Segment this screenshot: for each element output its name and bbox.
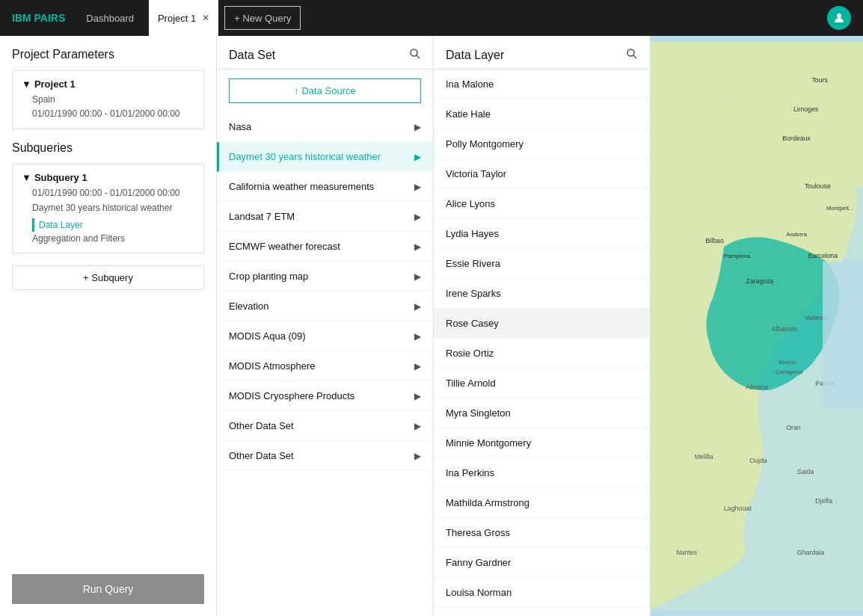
dataset-item-label: Other Data Set (229, 420, 294, 431)
nav-aggregation[interactable]: Aggregation and Filters (32, 232, 194, 245)
dataset-item[interactable]: California weather measurements▶ (217, 172, 433, 202)
dataset-item[interactable]: MODIS Cryosphere Products▶ (217, 381, 433, 411)
dataset-search-icon[interactable] (409, 48, 421, 63)
svg-text:Bordeaux: Bordeaux (782, 135, 811, 142)
datalayer-item-label: Theresa Gross (446, 527, 510, 538)
svg-text:Toulouse: Toulouse (805, 182, 831, 190)
datalayer-item[interactable]: Lydia Hayes (434, 219, 650, 249)
dataset-item-label: MODIS Aqua (09) (229, 330, 306, 342)
datalayer-item[interactable]: Katie Hale (434, 99, 650, 129)
datalayer-item[interactable]: Minnie Montgomery (434, 428, 650, 458)
project-header[interactable]: ▼ Project 1 (22, 78, 194, 90)
dataset-item[interactable]: ECMWF weather forecast▶ (217, 232, 433, 262)
tab-close-icon[interactable]: ✕ (202, 13, 209, 23)
chevron-right-icon: ▶ (414, 152, 421, 162)
datalayer-item[interactable]: Irene Sparks (434, 279, 650, 309)
datalayer-item-label: Ina Malone (446, 78, 494, 90)
svg-text:Limoges: Limoges (793, 105, 819, 113)
data-source-button[interactable]: ↑ Data Source (229, 78, 421, 103)
nav-dashboard[interactable]: Dashboard (77, 0, 143, 36)
svg-text:Montpell...: Montpell... (826, 205, 853, 212)
subquery-nav: Data Layer Aggregation and Filters (22, 218, 194, 245)
datalayer-list: Ina MaloneKatie HalePolly MontgomeryVict… (434, 70, 650, 616)
datalayer-item[interactable]: Rose Casey (434, 309, 650, 339)
subquery-date-range: 01/01/1990 00:00 - 01/01/2000 00:00 (32, 186, 194, 200)
datalayer-item[interactable]: Ina Perkins (434, 458, 650, 488)
map-panel: Tours Limoges Bordeaux Toulouse Montpell… (651, 36, 863, 616)
datalayer-item[interactable]: Katie Owens (434, 608, 650, 616)
dataset-item-label: Landsat 7 ETM (229, 211, 295, 222)
nav-data-layer[interactable]: Data Layer (32, 218, 194, 232)
brand-logo: IBM PAIRS (12, 12, 65, 24)
dataset-item[interactable]: Elevation▶ (217, 292, 433, 321)
top-navigation: IBM PAIRS Dashboard Project 1 ✕ + New Qu… (0, 0, 863, 36)
add-subquery-button[interactable]: + Subquery (12, 265, 204, 290)
datalayer-panel: Data Layer Ina MaloneKatie HalePolly Mon… (434, 36, 651, 616)
project-collapse-icon: ▼ (22, 78, 31, 90)
project-date-range: 01/01/1990 00:00 - 01/01/2000 00:00 (32, 107, 194, 121)
project-label: Project 1 (34, 78, 76, 90)
svg-rect-31 (823, 262, 863, 408)
svg-text:Zaragoza: Zaragoza (746, 277, 773, 285)
dataset-item[interactable]: Landsat 7 ETM▶ (217, 202, 433, 232)
datalayer-item-label: Tillie Arnold (446, 378, 496, 389)
datalayer-item-label: Rosie Ortiz (446, 348, 494, 359)
datalayer-item-label: Mathilda Armstrong (446, 497, 529, 508)
dataset-item[interactable]: MODIS Aqua (09)▶ (217, 321, 433, 351)
datalayer-item[interactable]: Essie Rivera (434, 249, 650, 279)
subquery-block: ▼ Subquery 1 01/01/1990 00:00 - 01/01/20… (12, 164, 204, 253)
subquery-header[interactable]: ▼ Subquery 1 (22, 172, 194, 183)
project-country: Spain (32, 93, 194, 107)
datalayer-item[interactable]: Victoria Taylor (434, 159, 650, 189)
dataset-item[interactable]: MODIS Atmosphere▶ (217, 351, 433, 381)
svg-text:Bilbao: Bilbao (705, 237, 724, 244)
chevron-right-icon: ▶ (414, 122, 421, 132)
svg-point-0 (837, 13, 841, 18)
datalayer-item[interactable]: Tillie Arnold (434, 369, 650, 398)
datalayer-item[interactable]: Theresa Gross (434, 518, 650, 548)
datalayer-item-label: Katie Hale (446, 108, 491, 120)
svg-text:Saida: Saida (797, 468, 814, 475)
svg-text:Oran: Oran (786, 424, 801, 431)
svg-text:Tours: Tours (811, 76, 828, 84)
datalayer-item[interactable]: Alice Lyons (434, 189, 650, 219)
chevron-right-icon: ▶ (414, 421, 421, 431)
new-query-button[interactable]: + New Query (224, 6, 301, 30)
dataset-item-label: Elevation (229, 301, 268, 312)
datalayer-item-label: Lydia Hayes (446, 228, 499, 239)
svg-text:Albacete: Albacete (772, 325, 797, 333)
dataset-item[interactable]: Crop planting map▶ (217, 262, 433, 292)
dataset-item[interactable]: Other Data Set▶ (217, 441, 433, 471)
datalayer-item[interactable]: Polly Montgomery (434, 129, 650, 159)
dataset-item-label: Daymet 30 years historical weather (229, 151, 381, 162)
chevron-right-icon: ▶ (414, 182, 421, 192)
chevron-right-icon: ▶ (414, 451, 421, 461)
subquery-collapse-icon: ▼ (22, 172, 31, 183)
dataset-item[interactable]: Nasa▶ (217, 112, 433, 142)
tab-project1[interactable]: Project 1 ✕ (149, 0, 218, 36)
run-query-button[interactable]: Run Query (12, 574, 204, 604)
subqueries-title: Subqueries (12, 141, 204, 155)
chevron-right-icon: ▶ (414, 331, 421, 342)
datalayer-item[interactable]: Rosie Ortiz (434, 339, 650, 369)
dataset-item[interactable]: Daymet 30 years historical weather▶ (217, 142, 433, 172)
subquery-detail: 01/01/1990 00:00 - 01/01/2000 00:00 Daym… (22, 186, 194, 215)
chevron-right-icon: ▶ (414, 301, 421, 312)
svg-text:Pamplona: Pamplona (724, 253, 751, 259)
chevron-right-icon: ▶ (414, 271, 421, 282)
project-detail: Spain 01/01/1990 00:00 - 01/01/2000 00:0… (22, 93, 194, 121)
datalayer-item[interactable]: Louisa Norman (434, 578, 650, 608)
dataset-list: Nasa▶Daymet 30 years historical weather▶… (217, 112, 433, 616)
datalayer-item[interactable]: Mathilda Armstrong (434, 488, 650, 518)
user-avatar[interactable] (827, 6, 851, 30)
datalayer-item-label: Ina Perkins (446, 467, 494, 478)
subquery-label: Subquery 1 (34, 172, 87, 183)
datalayer-search-icon[interactable] (626, 48, 638, 63)
datalayer-item[interactable]: Myra Singleton (434, 398, 650, 428)
chevron-right-icon: ▶ (414, 241, 421, 252)
datalayer-item[interactable]: Fanny Gardner (434, 548, 650, 578)
svg-text:Barcelona: Barcelona (808, 252, 838, 259)
dataset-item[interactable]: Other Data Set▶ (217, 411, 433, 441)
tab-project1-label: Project 1 (158, 13, 196, 24)
datalayer-item[interactable]: Ina Malone (434, 70, 650, 99)
